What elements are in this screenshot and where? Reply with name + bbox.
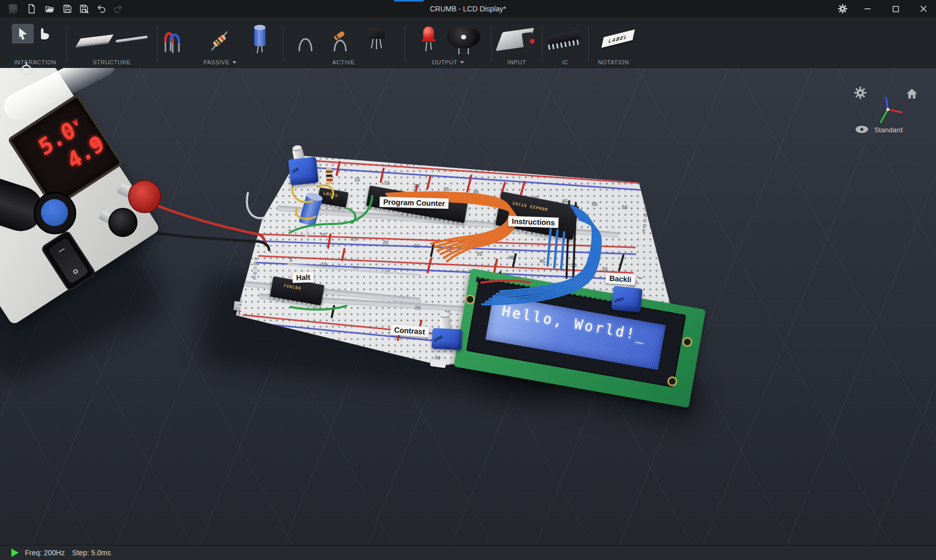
switch-part-icon[interactable] — [498, 29, 537, 54]
section-label: STRUCTURE — [93, 59, 131, 65]
settings-gear-icon[interactable] — [836, 2, 849, 16]
diode-part-icon[interactable] — [294, 25, 317, 53]
potentiometer-backlight[interactable]: 10KΩ — [611, 286, 643, 313]
open-file-button[interactable] — [43, 2, 57, 16]
red-jumper-wire-long[interactable] — [481, 281, 530, 283]
section-structure: STRUCTURE — [66, 17, 157, 67]
section-label: OUTPUT — [432, 59, 457, 65]
hand-icon — [36, 25, 51, 40]
ic-part-icon[interactable] — [547, 31, 583, 53]
section-interaction: INTERACTION — [4, 17, 66, 67]
wire-layer — [0, 0, 936, 560]
maximize-button[interactable] — [889, 2, 902, 16]
jumper-wire-part-icon[interactable] — [161, 24, 184, 54]
pot-marking: 10KΩ — [432, 334, 443, 343]
viewport-3d[interactable]: + + − 1015202530354045505551015202530354… — [0, 0, 936, 560]
green-jumper-wire[interactable] — [290, 196, 372, 310]
play-simulation-button[interactable] — [11, 549, 19, 557]
close-button[interactable] — [917, 2, 930, 16]
label-tag-halt[interactable]: Halt — [292, 272, 314, 283]
label-tag-backlight[interactable]: Backli — [605, 273, 635, 285]
section-notation: LABEL NOTATION — [589, 17, 656, 67]
pot-marking: 10KΩ — [613, 296, 624, 304]
label-icon-text: LABEL — [608, 34, 628, 44]
section-input: INPUT — [492, 17, 542, 67]
axis-gizmo[interactable] — [873, 95, 907, 127]
label-tag-instructions[interactable]: Instructions — [508, 216, 559, 228]
breadboard-part-icon[interactable] — [75, 34, 114, 47]
sim-step: Step: 5.0ms — [72, 549, 111, 557]
capacitor-part-icon[interactable] — [253, 24, 267, 54]
undo-button[interactable] — [95, 2, 108, 16]
section-label: INPUT — [508, 59, 526, 65]
positive-terminal[interactable] — [128, 180, 161, 213]
potentiometer-timer[interactable]: 1KΩ — [288, 157, 319, 185]
viewport-settings-gear-icon[interactable] — [854, 86, 867, 100]
resistor-part-icon[interactable] — [206, 24, 231, 54]
potentiometer-contrast[interactable]: 10KΩ — [431, 328, 463, 351]
pot-marking: 1KΩ — [291, 166, 300, 175]
save-as-button[interactable] — [77, 2, 91, 16]
rod-part-icon[interactable] — [116, 36, 148, 43]
yellow-jumper-wire[interactable] — [292, 184, 333, 219]
titlebar-accent-bar — [394, 0, 424, 2]
section-passive: PASSIVE — [157, 17, 283, 67]
section-label: PASSIVE — [203, 59, 229, 65]
section-label: ACTIVE — [332, 59, 355, 65]
sim-frequency: Freq: 200Hz — [25, 549, 65, 557]
voltage-knob-face — [41, 199, 68, 226]
section-label: IC — [562, 59, 568, 65]
section-active: ACTIVE — [283, 17, 404, 67]
component-toolbar: INTERACTION STRUCTURE — [0, 17, 936, 68]
titlebar: CRUMB - LCD Display* — [0, 0, 936, 17]
select-tool-active-box[interactable] — [12, 24, 34, 44]
crumb-app-window: + + − 1015202530354045505551015202530354… — [0, 0, 936, 560]
section-output: OUTPUT — [404, 17, 492, 67]
save-button[interactable] — [61, 2, 74, 16]
minimize-button[interactable] — [861, 2, 874, 16]
window-title: CRUMB - LCD Display* — [0, 0, 936, 17]
section-ic: IC — [542, 17, 589, 67]
switch-on-mark: — — [50, 241, 73, 259]
statusbar: Freq: 200Hz Step: 5.0ms — [0, 545, 936, 560]
zener-diode-part-icon[interactable] — [329, 25, 352, 53]
label-part-icon[interactable]: LABEL — [602, 30, 635, 48]
redo-button[interactable] — [111, 2, 124, 16]
section-label: NOTATION — [598, 59, 629, 65]
negative-terminal[interactable] — [108, 208, 137, 237]
switch-off-mark: O — [64, 263, 87, 281]
buzzer-part-icon[interactable] — [447, 25, 481, 54]
led-part-icon[interactable] — [421, 26, 437, 54]
new-file-button[interactable] — [25, 2, 38, 16]
app-logo-icon — [6, 2, 20, 16]
hand-drag-tool[interactable] — [36, 25, 51, 43]
eye-icon — [855, 125, 869, 134]
section-label: INTERACTION — [14, 59, 56, 65]
transistor-part-icon[interactable] — [366, 27, 388, 54]
view-mode-toggle[interactable] — [855, 125, 869, 136]
chevron-down-icon[interactable] — [232, 61, 236, 64]
label-tag-program-counter[interactable]: Program Counter — [380, 197, 449, 208]
cursor-select-icon[interactable] — [16, 27, 30, 40]
view-mode-label: Standard — [874, 126, 903, 134]
chevron-down-icon[interactable] — [460, 61, 464, 64]
